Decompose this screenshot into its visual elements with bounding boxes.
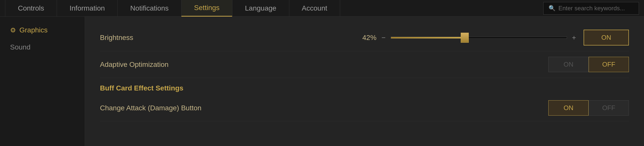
tab-controls[interactable]: Controls [5, 0, 57, 17]
adaptive-optimization-row: Adaptive Optimization ON OFF [100, 51, 629, 78]
brightness-value: 42% [356, 34, 376, 42]
sidebar-item-graphics-label: Graphics [19, 26, 48, 34]
change-attack-controls: ON OFF [548, 100, 629, 116]
adaptive-optimization-off-button[interactable]: OFF [589, 57, 629, 72]
brightness-label: Brightness [100, 34, 226, 42]
brightness-slider-fill [391, 37, 465, 38]
sidebar: ⚙ Graphics Sound [0, 17, 85, 146]
change-attack-row: Change Attack (Damage) Button ON OFF [100, 95, 629, 121]
search-input[interactable] [558, 5, 634, 12]
brightness-increase-button[interactable]: + [572, 34, 576, 42]
adaptive-optimization-label: Adaptive Optimization [100, 61, 226, 69]
adaptive-optimization-toggle: ON OFF [548, 57, 629, 72]
search-icon: 🔍 [549, 5, 555, 12]
top-navigation: Controls Information Notifications Setti… [0, 0, 644, 17]
brightness-row: Brightness 42% − + ON [100, 24, 629, 51]
change-attack-label: Change Attack (Damage) Button [100, 104, 226, 112]
brightness-controls: 42% − + ON [356, 30, 629, 45]
main-layout: ⚙ Graphics Sound Brightness 42% − + [0, 17, 644, 146]
change-attack-off-button[interactable]: OFF [589, 100, 629, 116]
change-attack-on-button[interactable]: ON [548, 100, 589, 116]
sidebar-item-sound-label: Sound [10, 43, 30, 51]
brightness-slider-container: 42% − + [356, 34, 576, 42]
sidebar-item-graphics[interactable]: ⚙ Graphics [0, 22, 85, 39]
tab-notifications[interactable]: Notifications [117, 0, 182, 17]
brightness-decrease-button[interactable]: − [381, 34, 385, 42]
change-attack-toggle: ON OFF [548, 100, 629, 116]
search-box: 🔍 [543, 2, 639, 15]
brightness-slider-thumb[interactable] [461, 33, 469, 43]
sidebar-item-sound[interactable]: Sound [0, 39, 85, 56]
tab-settings[interactable]: Settings [181, 0, 232, 17]
brightness-slider-track[interactable] [391, 37, 567, 39]
tab-language[interactable]: Language [232, 0, 289, 17]
content-area: Brightness 42% − + ON Adaptive Optimizat [85, 17, 644, 146]
graphics-icon: ⚙ [10, 26, 16, 34]
brightness-on-button[interactable]: ON [584, 30, 629, 45]
adaptive-optimization-on-button[interactable]: ON [548, 57, 589, 72]
tab-account[interactable]: Account [289, 0, 340, 17]
adaptive-optimization-controls: ON OFF [548, 57, 629, 72]
tab-information[interactable]: Information [57, 0, 118, 17]
buff-card-section-header: Buff Card Effect Settings [100, 78, 629, 95]
